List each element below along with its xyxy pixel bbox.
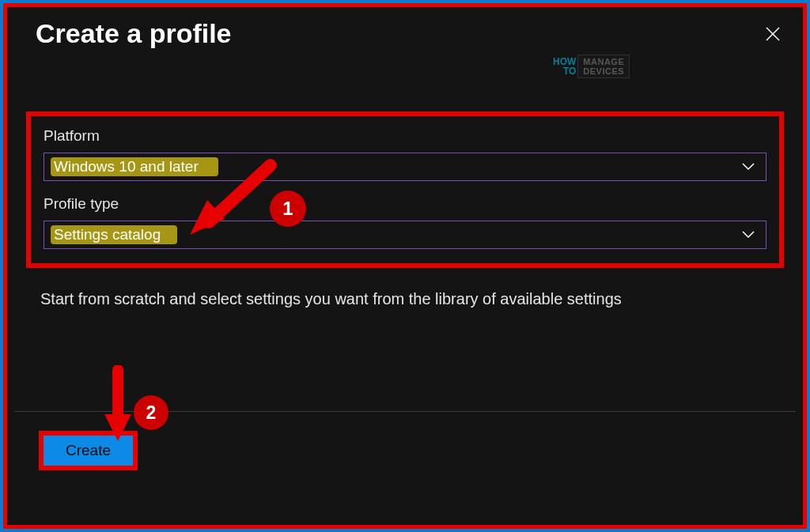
profile-type-value: Settings catalog [54, 226, 161, 243]
footer-divider [14, 411, 796, 412]
watermark-text: TO [553, 66, 576, 76]
dialog-title: Create a profile [36, 18, 232, 49]
platform-label: Platform [44, 127, 766, 145]
annotation-number: 1 [282, 198, 293, 220]
form-section-highlight: Platform Windows 10 and later Profile ty… [26, 111, 784, 268]
chevron-down-icon [742, 226, 755, 243]
create-button[interactable]: Create [44, 436, 133, 466]
chevron-down-icon [742, 158, 755, 175]
profile-type-select[interactable]: Settings catalog [44, 221, 766, 249]
create-button-highlight: Create [39, 431, 138, 470]
annotation-callout-1: 1 [270, 191, 306, 227]
dialog-header: Create a profile [7, 7, 803, 55]
dialog-frame: Create a profile HOW TO MANAGE DEVICES P… [3, 3, 807, 529]
platform-select[interactable]: Windows 10 and later [44, 153, 766, 181]
watermark-logo: HOW TO MANAGE DEVICES [553, 55, 630, 78]
close-icon[interactable] [765, 23, 781, 47]
watermark-brand: DEVICES [583, 66, 624, 76]
watermark-brand: MANAGE [583, 57, 624, 66]
platform-value: Windows 10 and later [54, 158, 199, 175]
annotation-callout-2: 2 [134, 395, 168, 430]
profile-description: Start from scratch and select settings y… [40, 290, 770, 308]
annotation-number: 2 [146, 402, 157, 424]
profile-type-label: Profile type [44, 195, 766, 213]
